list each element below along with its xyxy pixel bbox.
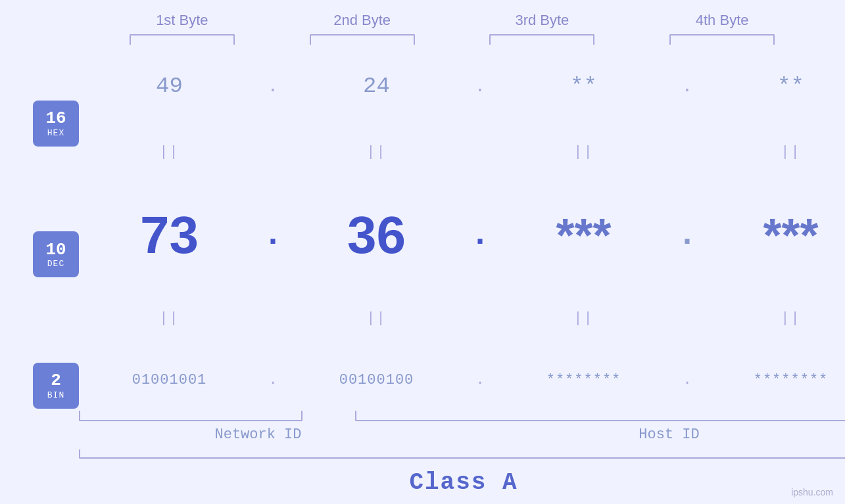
eq-row-1: || || || ||: [79, 144, 845, 160]
class-label: Class A: [409, 469, 518, 496]
hex-b2-value: 24: [363, 74, 390, 99]
dec-dot-1: .: [260, 216, 286, 254]
watermark: ipshu.com: [791, 487, 833, 497]
bracket-cell-2: [272, 34, 452, 45]
eq-sign-3: ||: [573, 144, 593, 160]
bracket-cell-3: [452, 34, 633, 45]
dec-b3-cell: ***: [493, 208, 674, 262]
bin-badge-label: BIN: [47, 390, 64, 400]
eq-sign-8: ||: [781, 310, 800, 327]
hex-dot-3: .: [674, 76, 700, 97]
class-bracket: [79, 449, 845, 459]
id-labels-row: Network ID Host ID: [79, 426, 845, 443]
network-bracket-cell: [79, 411, 302, 421]
eq-sign-7: ||: [573, 310, 593, 327]
top-brackets-row: [92, 34, 845, 45]
top-bracket-3: [489, 34, 594, 45]
bin-b4-value: ********: [754, 372, 829, 388]
hex-b1-value: 49: [156, 74, 183, 99]
hex-badge: 16 HEX: [33, 101, 79, 147]
dec-b2-cell: 36: [286, 205, 467, 265]
hex-b4-value: **: [777, 74, 804, 99]
data-rows: 49 . 24 . ** .: [79, 51, 845, 411]
dec-dot-2: .: [467, 216, 493, 254]
bin-dot-3: .: [674, 372, 700, 388]
hex-badge-label: HEX: [47, 128, 64, 138]
eq-sign-4: ||: [781, 144, 800, 160]
network-bracket: [79, 411, 302, 421]
dec-b4-value: ***: [763, 208, 818, 262]
class-row: Class A: [79, 459, 845, 504]
bracket-cell-4: [632, 34, 812, 45]
host-id-label-cell: Host ID: [490, 426, 845, 443]
byte-labels-row: 1st Byte 2nd Byte 3rd Byte 4th Byte: [92, 0, 845, 29]
bin-b1-value: 01001001: [132, 372, 207, 388]
bin-b2-value: 00100100: [339, 372, 414, 388]
eq-row-2: || || || ||: [79, 310, 845, 327]
dec-badge-label: DEC: [47, 259, 64, 269]
dec-b2-value: 36: [347, 205, 406, 265]
eq-sign-6: ||: [366, 310, 386, 327]
bin-b4-cell: ********: [700, 372, 845, 388]
eq-sign-2: ||: [366, 144, 386, 160]
bin-dot-1: .: [260, 372, 286, 388]
bin-b3-value: ********: [546, 372, 621, 388]
bottom-area: Network ID Host ID Class A: [79, 411, 845, 504]
data-area: 49 . 24 . ** .: [79, 51, 845, 504]
dec-row: 73 . 36 . *** .: [79, 205, 845, 265]
bin-row: 01001001 . 00100100 . ********: [79, 372, 845, 388]
dec-dot-3: .: [674, 216, 700, 254]
hex-dot-2: .: [467, 76, 493, 97]
dec-badge: 10 DEC: [33, 231, 79, 277]
byte1-label: 1st Byte: [92, 12, 272, 29]
badges-column: 16 HEX 10 DEC 2 BIN: [0, 51, 79, 504]
network-id-label: Network ID: [214, 426, 301, 443]
hex-badge-number: 16: [45, 109, 66, 128]
hex-b4-cell: **: [700, 74, 845, 99]
host-bracket-cell: [355, 411, 845, 421]
eq-cell-3: ||: [493, 144, 674, 160]
hex-b1-cell: 49: [79, 74, 260, 99]
eq-sign-1: ||: [159, 144, 179, 160]
hex-b2-cell: 24: [286, 74, 467, 99]
dec-b1-cell: 73: [79, 205, 260, 265]
dec-b3-value: ***: [556, 208, 611, 262]
hex-b3-value: **: [570, 74, 597, 99]
eq-sign-5: ||: [159, 310, 179, 327]
dec-b1-value: 73: [140, 205, 199, 265]
host-bracket: [355, 411, 845, 421]
bin-badge: 2 BIN: [33, 363, 79, 409]
dec-b4-cell: ***: [700, 208, 845, 262]
bin-b3-cell: ********: [493, 372, 674, 388]
host-id-label: Host ID: [639, 426, 699, 443]
class-bracket-row: [79, 449, 845, 459]
top-bracket-2: [310, 34, 415, 45]
hex-dot-1: .: [260, 76, 286, 97]
eq-cell-5: ||: [79, 310, 260, 327]
main-container: 1st Byte 2nd Byte 3rd Byte 4th Byte 16 H…: [0, 0, 845, 504]
byte3-label: 3rd Byte: [452, 12, 633, 29]
eq-cell-8: ||: [700, 310, 845, 327]
eq-cell-1: ||: [79, 144, 260, 160]
bin-b2-cell: 00100100: [286, 372, 467, 388]
bracket-cell-1: [92, 34, 272, 45]
top-bracket-4: [669, 34, 775, 45]
byte4-label: 4th Byte: [632, 12, 812, 29]
dec-badge-number: 10: [45, 241, 66, 260]
top-bracket-1: [130, 34, 235, 45]
main-content: 16 HEX 10 DEC 2 BIN 49 .: [0, 51, 845, 504]
eq-cell-6: ||: [286, 310, 467, 327]
eq-cell-7: ||: [493, 310, 674, 327]
bin-badge-number: 2: [51, 371, 61, 390]
byte2-label: 2nd Byte: [272, 12, 452, 29]
network-id-label-cell: Network ID: [79, 426, 437, 443]
hex-b3-cell: **: [493, 74, 674, 99]
hex-row: 49 . 24 . ** .: [79, 74, 845, 99]
bin-b1-cell: 01001001: [79, 372, 260, 388]
bottom-bracket-container: [79, 411, 845, 421]
eq-cell-2: ||: [286, 144, 467, 160]
bin-dot-2: .: [467, 372, 493, 388]
eq-cell-4: ||: [700, 144, 845, 160]
